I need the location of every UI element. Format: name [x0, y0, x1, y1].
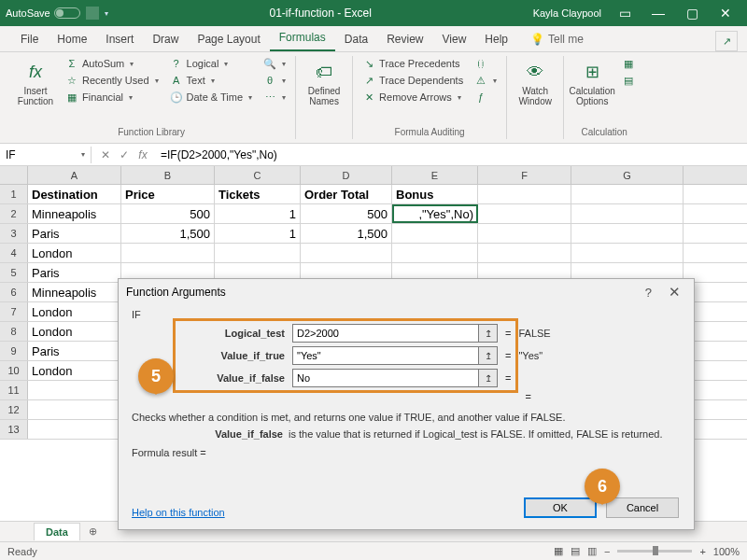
tab-insert[interactable]: Insert [96, 27, 143, 51]
column-header[interactable]: A [28, 166, 121, 184]
row-header[interactable]: 10 [0, 361, 28, 380]
sheet-tab-data[interactable]: Data [34, 523, 80, 540]
cell[interactable]: London [28, 244, 121, 262]
trace-dependents-button[interactable]: ↗Trace Dependents [359, 73, 467, 88]
view-page-layout-icon[interactable]: ▤ [571, 545, 580, 557]
toggle-switch[interactable] [54, 7, 80, 19]
new-sheet-button[interactable]: ⊕ [84, 525, 103, 538]
cell[interactable] [478, 244, 571, 262]
view-normal-icon[interactable]: ▦ [554, 545, 563, 557]
math-button[interactable]: θ▾ [260, 73, 289, 88]
cancel-button[interactable]: Cancel [606, 497, 679, 518]
cell[interactable]: 1 [215, 224, 301, 243]
restore-button[interactable]: ▢ [676, 0, 708, 26]
row-header[interactable]: 5 [0, 263, 28, 282]
cell[interactable]: 1 [215, 204, 301, 223]
remove-arrows-button[interactable]: ✕Remove Arrows▾ [359, 90, 467, 105]
dialog-close-button[interactable]: ✕ [663, 284, 686, 301]
calc-now-button[interactable]: ▦ [618, 56, 639, 71]
cell[interactable]: Paris [28, 342, 121, 360]
cell[interactable] [392, 224, 478, 243]
arg-input[interactable] [292, 324, 479, 343]
cell[interactable]: Destination [28, 185, 121, 203]
cell[interactable]: 500 [121, 204, 215, 223]
select-all-corner[interactable] [0, 166, 28, 184]
tab-page-layout[interactable]: Page Layout [188, 27, 269, 51]
tab-review[interactable]: Review [377, 27, 432, 51]
arg-input[interactable] [292, 369, 479, 387]
cell[interactable] [571, 244, 684, 262]
help-link[interactable]: Help on this function [132, 507, 225, 518]
cell[interactable]: ,"Yes",No) [392, 204, 478, 223]
fx-button[interactable]: fx [136, 148, 149, 161]
cell[interactable]: Paris [28, 263, 121, 282]
cell[interactable] [392, 244, 478, 262]
zoom-level[interactable]: 100% [713, 546, 740, 557]
cell[interactable] [28, 381, 121, 399]
cell[interactable]: Price [121, 185, 215, 203]
column-header[interactable]: F [478, 166, 571, 184]
cell[interactable]: 500 [301, 204, 392, 223]
dialog-help-icon[interactable]: ? [645, 286, 652, 300]
autosave-toggle[interactable]: AutoSave [6, 7, 80, 19]
defined-names-button[interactable]: 🏷 Defined Names [302, 56, 346, 106]
logical-button[interactable]: ?Logical▾ [166, 56, 257, 71]
row-header[interactable]: 13 [0, 420, 28, 439]
column-header[interactable]: E [392, 166, 478, 184]
cell[interactable]: Bonus [392, 185, 478, 203]
tell-me[interactable]: 💡 Tell me [521, 27, 593, 51]
view-page-break-icon[interactable]: ▥ [587, 545, 597, 557]
collapse-dialog-icon[interactable]: ↥ [479, 324, 498, 343]
close-button[interactable]: ✕ [710, 0, 741, 26]
row-header[interactable]: 2 [0, 204, 28, 223]
tab-draw[interactable]: Draw [143, 27, 188, 51]
text-button[interactable]: AText▾ [166, 73, 257, 88]
error-checking-button[interactable]: ⚠▾ [471, 73, 500, 88]
cell[interactable]: Tickets [215, 185, 301, 203]
cell[interactable] [478, 185, 571, 203]
cell[interactable]: London [28, 361, 121, 380]
arg-input[interactable] [292, 346, 479, 365]
row-header[interactable]: 3 [0, 224, 28, 243]
row-header[interactable]: 6 [0, 283, 28, 301]
tab-file[interactable]: File [11, 27, 48, 51]
cell[interactable] [478, 224, 571, 243]
evaluate-formula-button[interactable]: ƒ [471, 90, 500, 105]
cell[interactable]: 1,500 [121, 224, 215, 243]
row-header[interactable]: 12 [0, 400, 28, 419]
zoom-slider[interactable] [617, 550, 692, 553]
cell[interactable] [301, 244, 392, 262]
cell[interactable] [215, 244, 301, 262]
name-box[interactable]: IF ▾ [0, 147, 92, 163]
trace-precedents-button[interactable]: ↘Trace Precedents [359, 56, 467, 71]
autosum-button[interactable]: ΣAutoSum▾ [62, 56, 162, 71]
cell[interactable]: Order Total [301, 185, 392, 203]
minimize-button[interactable]: — [642, 0, 674, 26]
cell[interactable]: London [28, 302, 121, 321]
cell[interactable] [571, 185, 684, 203]
lookup-button[interactable]: 🔍▾ [260, 56, 289, 71]
cell[interactable] [121, 244, 215, 262]
save-icon[interactable] [86, 7, 99, 20]
cell[interactable]: Minneapolis [28, 204, 121, 223]
row-header[interactable]: 11 [0, 381, 28, 399]
column-header[interactable]: B [121, 166, 215, 184]
recently-used-button[interactable]: ☆Recently Used▾ [62, 73, 162, 88]
cancel-formula-button[interactable]: ✕ [99, 148, 112, 161]
user-name[interactable]: Kayla Claypool [533, 7, 601, 19]
tab-data[interactable]: Data [335, 27, 377, 51]
calc-sheet-button[interactable]: ▤ [618, 73, 639, 88]
cell[interactable] [571, 224, 684, 243]
formula-input[interactable]: =IF(D2>2000,"Yes",No) [157, 147, 747, 163]
show-formulas-button[interactable]: ⟮⟯ [471, 56, 500, 71]
ok-button[interactable]: OK [524, 497, 597, 518]
watch-window-button[interactable]: 👁 Watch Window [513, 56, 557, 106]
collapse-dialog-icon[interactable]: ↥ [479, 346, 498, 365]
cell[interactable] [28, 400, 121, 419]
chevron-down-icon[interactable]: ▾ [81, 150, 85, 159]
cell[interactable] [478, 204, 571, 223]
column-header[interactable]: G [571, 166, 684, 184]
share-button[interactable]: ↗ [715, 31, 738, 51]
cell[interactable]: Paris [28, 224, 121, 243]
zoom-in-button[interactable]: + [699, 546, 705, 557]
